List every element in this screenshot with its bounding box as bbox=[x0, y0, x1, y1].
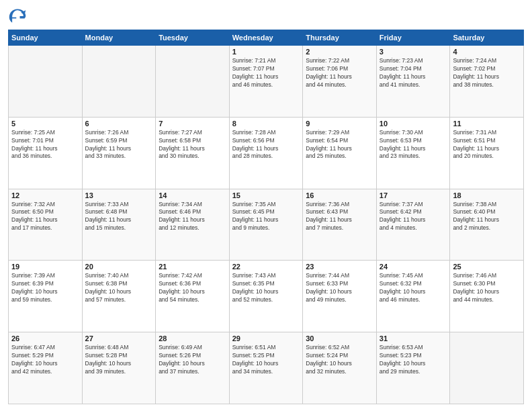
day-info: Sunrise: 7:29 AM Sunset: 6:54 PM Dayligh… bbox=[306, 129, 373, 161]
day-info: Sunrise: 7:21 AM Sunset: 7:07 PM Dayligh… bbox=[232, 57, 300, 89]
calendar-cell: 4Sunrise: 7:24 AM Sunset: 7:02 PM Daylig… bbox=[450, 46, 524, 118]
day-number: 31 bbox=[380, 334, 447, 342]
calendar-cell: 7Sunrise: 7:27 AM Sunset: 6:58 PM Daylig… bbox=[156, 117, 230, 189]
weekday-header: Thursday bbox=[303, 30, 377, 46]
day-number: 12 bbox=[11, 191, 79, 199]
calendar-cell bbox=[9, 46, 83, 118]
day-info: Sunrise: 7:44 AM Sunset: 6:33 PM Dayligh… bbox=[306, 272, 373, 304]
day-info: Sunrise: 7:36 AM Sunset: 6:43 PM Dayligh… bbox=[306, 201, 373, 233]
day-number: 21 bbox=[159, 263, 226, 271]
day-number: 28 bbox=[159, 334, 226, 342]
calendar-cell: 31Sunrise: 6:53 AM Sunset: 5:23 PM Dayli… bbox=[376, 332, 450, 404]
calendar-body: 1Sunrise: 7:21 AM Sunset: 7:07 PM Daylig… bbox=[9, 46, 524, 404]
day-info: Sunrise: 7:31 AM Sunset: 6:51 PM Dayligh… bbox=[453, 129, 521, 161]
day-info: Sunrise: 6:52 AM Sunset: 5:24 PM Dayligh… bbox=[306, 344, 373, 376]
calendar-cell: 8Sunrise: 7:28 AM Sunset: 6:56 PM Daylig… bbox=[229, 117, 303, 189]
weekday-header: Saturday bbox=[450, 30, 524, 46]
day-info: Sunrise: 6:49 AM Sunset: 5:26 PM Dayligh… bbox=[159, 344, 226, 376]
day-number: 6 bbox=[85, 120, 153, 128]
calendar-cell: 13Sunrise: 7:33 AM Sunset: 6:48 PM Dayli… bbox=[82, 189, 156, 261]
day-info: Sunrise: 7:25 AM Sunset: 7:01 PM Dayligh… bbox=[11, 129, 79, 161]
day-number: 11 bbox=[453, 120, 521, 128]
calendar-cell: 6Sunrise: 7:26 AM Sunset: 6:59 PM Daylig… bbox=[82, 117, 156, 189]
day-number: 13 bbox=[85, 191, 153, 199]
day-number: 24 bbox=[380, 263, 447, 271]
day-number: 15 bbox=[232, 191, 300, 199]
day-number: 30 bbox=[306, 334, 373, 342]
day-number: 18 bbox=[453, 191, 521, 199]
day-number: 16 bbox=[306, 191, 373, 199]
day-info: Sunrise: 7:39 AM Sunset: 6:39 PM Dayligh… bbox=[11, 272, 79, 304]
calendar-cell bbox=[82, 46, 156, 118]
calendar-cell: 14Sunrise: 7:34 AM Sunset: 6:46 PM Dayli… bbox=[156, 189, 230, 261]
weekday-row: SundayMondayTuesdayWednesdayThursdayFrid… bbox=[9, 30, 524, 46]
day-info: Sunrise: 7:23 AM Sunset: 7:04 PM Dayligh… bbox=[380, 57, 447, 89]
day-info: Sunrise: 7:26 AM Sunset: 6:59 PM Dayligh… bbox=[85, 129, 153, 161]
calendar-week-row: 1Sunrise: 7:21 AM Sunset: 7:07 PM Daylig… bbox=[9, 46, 524, 118]
calendar-cell: 26Sunrise: 6:47 AM Sunset: 5:29 PM Dayli… bbox=[9, 332, 83, 404]
day-info: Sunrise: 7:40 AM Sunset: 6:38 PM Dayligh… bbox=[85, 272, 153, 304]
day-number: 4 bbox=[453, 48, 521, 56]
day-number: 25 bbox=[453, 263, 521, 271]
calendar-cell bbox=[450, 332, 524, 404]
calendar-cell: 3Sunrise: 7:23 AM Sunset: 7:04 PM Daylig… bbox=[376, 46, 450, 118]
day-number: 17 bbox=[380, 191, 447, 199]
header bbox=[8, 7, 524, 26]
day-number: 3 bbox=[380, 48, 447, 56]
day-number: 8 bbox=[232, 120, 300, 128]
calendar-cell: 16Sunrise: 7:36 AM Sunset: 6:43 PM Dayli… bbox=[303, 189, 377, 261]
weekday-header: Friday bbox=[376, 30, 450, 46]
day-info: Sunrise: 7:43 AM Sunset: 6:35 PM Dayligh… bbox=[232, 272, 300, 304]
day-number: 26 bbox=[11, 334, 79, 342]
day-number: 19 bbox=[11, 263, 79, 271]
calendar-cell: 28Sunrise: 6:49 AM Sunset: 5:26 PM Dayli… bbox=[156, 332, 230, 404]
day-info: Sunrise: 6:47 AM Sunset: 5:29 PM Dayligh… bbox=[11, 344, 79, 376]
weekday-header: Sunday bbox=[9, 30, 83, 46]
calendar-cell: 9Sunrise: 7:29 AM Sunset: 6:54 PM Daylig… bbox=[303, 117, 377, 189]
day-info: Sunrise: 7:42 AM Sunset: 6:36 PM Dayligh… bbox=[159, 272, 226, 304]
day-info: Sunrise: 7:46 AM Sunset: 6:30 PM Dayligh… bbox=[453, 272, 521, 304]
day-number: 9 bbox=[306, 120, 373, 128]
calendar-cell: 19Sunrise: 7:39 AM Sunset: 6:39 PM Dayli… bbox=[9, 261, 83, 332]
calendar-cell: 11Sunrise: 7:31 AM Sunset: 6:51 PM Dayli… bbox=[450, 117, 524, 189]
calendar-header: SundayMondayTuesdayWednesdayThursdayFrid… bbox=[9, 30, 524, 46]
calendar-cell: 5Sunrise: 7:25 AM Sunset: 7:01 PM Daylig… bbox=[9, 117, 83, 189]
calendar-cell: 27Sunrise: 6:48 AM Sunset: 5:28 PM Dayli… bbox=[82, 332, 156, 404]
calendar-week-row: 12Sunrise: 7:32 AM Sunset: 6:50 PM Dayli… bbox=[9, 189, 524, 261]
day-info: Sunrise: 7:34 AM Sunset: 6:46 PM Dayligh… bbox=[159, 201, 226, 233]
weekday-header: Wednesday bbox=[229, 30, 303, 46]
day-info: Sunrise: 6:51 AM Sunset: 5:25 PM Dayligh… bbox=[232, 344, 300, 376]
day-number: 23 bbox=[306, 263, 373, 271]
calendar-cell: 30Sunrise: 6:52 AM Sunset: 5:24 PM Dayli… bbox=[303, 332, 377, 404]
day-info: Sunrise: 7:27 AM Sunset: 6:58 PM Dayligh… bbox=[159, 129, 226, 161]
day-number: 5 bbox=[11, 120, 79, 128]
day-info: Sunrise: 7:38 AM Sunset: 6:40 PM Dayligh… bbox=[453, 201, 521, 233]
calendar-week-row: 19Sunrise: 7:39 AM Sunset: 6:39 PM Dayli… bbox=[9, 261, 524, 332]
calendar-cell: 22Sunrise: 7:43 AM Sunset: 6:35 PM Dayli… bbox=[229, 261, 303, 332]
calendar-week-row: 26Sunrise: 6:47 AM Sunset: 5:29 PM Dayli… bbox=[9, 332, 524, 404]
calendar-cell: 21Sunrise: 7:42 AM Sunset: 6:36 PM Dayli… bbox=[156, 261, 230, 332]
calendar-cell: 15Sunrise: 7:35 AM Sunset: 6:45 PM Dayli… bbox=[229, 189, 303, 261]
calendar-cell: 2Sunrise: 7:22 AM Sunset: 7:06 PM Daylig… bbox=[303, 46, 377, 118]
calendar-week-row: 5Sunrise: 7:25 AM Sunset: 7:01 PM Daylig… bbox=[9, 117, 524, 189]
day-info: Sunrise: 7:33 AM Sunset: 6:48 PM Dayligh… bbox=[85, 201, 153, 233]
day-number: 29 bbox=[232, 334, 300, 342]
day-info: Sunrise: 7:30 AM Sunset: 6:53 PM Dayligh… bbox=[380, 129, 447, 161]
calendar-page: SundayMondayTuesdayWednesdayThursdayFrid… bbox=[0, 0, 532, 411]
day-number: 27 bbox=[85, 334, 153, 342]
calendar-cell: 18Sunrise: 7:38 AM Sunset: 6:40 PM Dayli… bbox=[450, 189, 524, 261]
day-info: Sunrise: 7:22 AM Sunset: 7:06 PM Dayligh… bbox=[306, 57, 373, 89]
day-number: 7 bbox=[159, 120, 226, 128]
day-info: Sunrise: 7:45 AM Sunset: 6:32 PM Dayligh… bbox=[380, 272, 447, 304]
day-info: Sunrise: 7:37 AM Sunset: 6:42 PM Dayligh… bbox=[380, 201, 447, 233]
day-number: 1 bbox=[232, 48, 300, 56]
day-info: Sunrise: 7:35 AM Sunset: 6:45 PM Dayligh… bbox=[232, 201, 300, 233]
day-info: Sunrise: 6:53 AM Sunset: 5:23 PM Dayligh… bbox=[380, 344, 447, 376]
day-number: 14 bbox=[159, 191, 226, 199]
calendar-cell: 12Sunrise: 7:32 AM Sunset: 6:50 PM Dayli… bbox=[9, 189, 83, 261]
calendar-cell: 29Sunrise: 6:51 AM Sunset: 5:25 PM Dayli… bbox=[229, 332, 303, 404]
day-number: 2 bbox=[306, 48, 373, 56]
calendar-table: SundayMondayTuesdayWednesdayThursdayFrid… bbox=[8, 30, 524, 404]
day-info: Sunrise: 6:48 AM Sunset: 5:28 PM Dayligh… bbox=[85, 344, 153, 376]
weekday-header: Monday bbox=[82, 30, 156, 46]
